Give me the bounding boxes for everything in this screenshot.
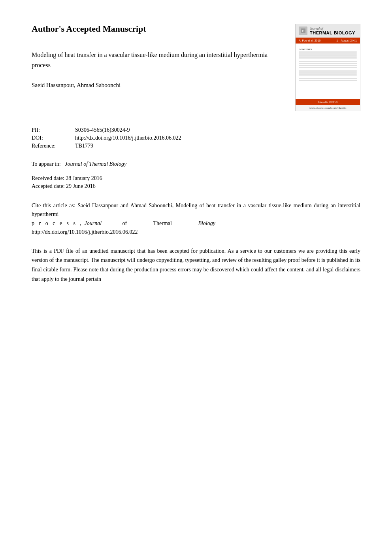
pii-label: PII: (32, 127, 75, 133)
journal-cover: E Journal of THERMAL BIOLOGY A. Foo et a… (295, 24, 360, 111)
cite-of: of (103, 220, 127, 226)
cover-url: www.elsevier.com/locate/jtherbio (296, 105, 360, 111)
manuscript-title: Author's Accepted Manuscript (32, 24, 283, 34)
cover-section-2 (299, 61, 357, 68)
doi-row: DOI: http://dx.doi.org/10.1016/j.jtherbi… (32, 135, 360, 141)
cite-process: p r o c e s s , (32, 220, 83, 226)
cover-red-band: A. Foo et al. 2016 1 – August 2 N.1 (296, 38, 360, 44)
cite-doi: http://dx.doi.org/10.1016/j.jtherbio.201… (32, 229, 138, 235)
doi-value: http://dx.doi.org/10.1016/j.jtherbio.201… (75, 135, 360, 141)
cover-bottom: Indexed in SCOPUS (296, 99, 360, 105)
pii-row: PII: S0306-4565(16)30024-9 (32, 127, 360, 133)
cite-biology: Biology (173, 220, 215, 226)
abstract-text: This is a PDF file of an unedited manusc… (32, 248, 360, 282)
header-left: Author's Accepted Manuscript Modeling of… (32, 24, 283, 97)
cover-logo: E (299, 27, 307, 35)
accepted-value: 29 June 2016 (66, 183, 96, 189)
cover-main-title: THERMAL BIOLOGY (310, 30, 357, 35)
dates-section: Received date: 28 January 2016 Accepted … (32, 175, 360, 189)
cover-journal-name: Journal of THERMAL BIOLOGY (310, 27, 357, 35)
appear-in-label: To appear in: (32, 161, 61, 167)
cite-thermal: Thermal (128, 220, 172, 226)
cover-section-1: CONTENTS (299, 48, 357, 59)
appear-in-journal: Journal of Thermal Biology (65, 161, 126, 167)
doi-label: DOI: (32, 135, 75, 141)
cover-body: CONTENTS (296, 44, 360, 99)
cite-text: Cite this article as: Saeid Hassanpour a… (32, 203, 360, 217)
cover-pages-text: 1 – August 2 N.1 (336, 39, 357, 42)
page: Author's Accepted Manuscript Modeling of… (0, 0, 392, 555)
ref-row: Reference: TB1779 (32, 143, 360, 149)
appear-in-section: To appear in: Journal of Thermal Biology (32, 161, 360, 167)
cover-top: E Journal of THERMAL BIOLOGY (296, 24, 360, 38)
cover-bottom-content: Indexed in SCOPUS (299, 101, 357, 103)
paper-title: Modeling of heat transfer in a vascular … (32, 50, 283, 70)
cite-section: Cite this article as: Saeid Hassanpour a… (32, 201, 360, 237)
cover-subtitle: Journal of (310, 27, 357, 30)
ref-value: TB1779 (75, 143, 360, 149)
cover-issue-text: A. Foo et al. 2016 (299, 39, 320, 42)
ref-label: Reference: (32, 143, 75, 149)
abstract-section: This is a PDF file of an unedited manusc… (32, 246, 360, 284)
cover-section-3 (299, 70, 357, 76)
received-label: Received date: (32, 175, 64, 181)
accepted-date-row: Accepted date: 29 June 2016 (32, 183, 360, 189)
svg-text:E: E (302, 29, 304, 33)
cite-journal: Journal (85, 220, 102, 226)
accepted-label: Accepted date: (32, 183, 65, 189)
authors: Saeid Hassanpour, Ahmad Saboonchi (32, 82, 283, 89)
header-section: Author's Accepted Manuscript Modeling of… (32, 24, 360, 111)
received-value: 28 January 2016 (66, 175, 102, 181)
cover-section-4 (299, 78, 357, 81)
received-date-row: Received date: 28 January 2016 (32, 175, 360, 182)
pii-value: S0306-4565(16)30024-9 (75, 127, 360, 133)
metadata-section: PII: S0306-4565(16)30024-9 DOI: http://d… (32, 127, 360, 149)
